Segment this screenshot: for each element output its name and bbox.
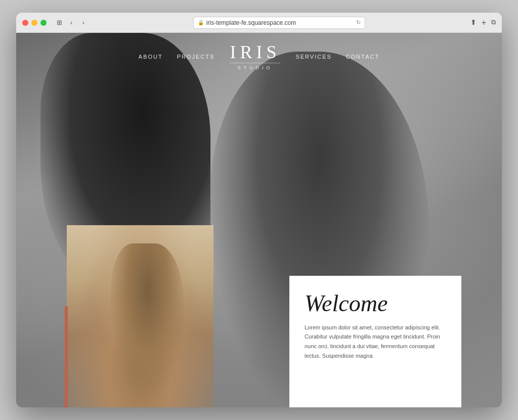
nav-about[interactable]: ABOUT xyxy=(139,54,163,60)
overlay-photo xyxy=(67,225,213,407)
logo-title: IRIS xyxy=(230,43,280,61)
nav-left: ABOUT PROJECTS xyxy=(139,54,215,60)
lock-icon: 🔒 xyxy=(198,20,204,25)
hero-section: ABOUT PROJECTS IRIS STUDIO SERVICES CONT… xyxy=(16,33,502,407)
nav-services[interactable]: SERVICES xyxy=(295,54,331,60)
welcome-body: Lorem ipsum dolor sit amet, consectetur … xyxy=(305,323,446,361)
site-logo[interactable]: IRIS STUDIO xyxy=(230,43,280,70)
browser-content: ABOUT PROJECTS IRIS STUDIO SERVICES CONT… xyxy=(16,33,502,407)
address-bar: 🔒 iris-template-fe.squarespace.com ↻ xyxy=(92,17,466,29)
welcome-title: Welcome xyxy=(305,291,446,317)
close-button[interactable] xyxy=(22,20,28,26)
nav-projects[interactable]: PROJECTS xyxy=(177,54,215,60)
traffic-lights xyxy=(22,20,47,26)
sidebar-toggle-icon[interactable]: ⊞ xyxy=(55,18,64,27)
navigation: ABOUT PROJECTS IRIS STUDIO SERVICES CONT… xyxy=(16,33,502,80)
minimize-button[interactable] xyxy=(31,20,37,26)
welcome-panel: Welcome Lorem ipsum dolor sit amet, cons… xyxy=(289,276,461,407)
url-text: iris-template-fe.squarespace.com xyxy=(206,19,296,26)
nav-contact[interactable]: CONTACT xyxy=(346,54,379,60)
bottom-content: Welcome Lorem ipsum dolor sit amet, cons… xyxy=(16,201,502,407)
url-input[interactable]: 🔒 iris-template-fe.squarespace.com ↻ xyxy=(193,17,365,29)
red-accent-bar xyxy=(65,306,68,407)
nav-right: SERVICES CONTACT xyxy=(295,54,379,60)
nav-controls: ⊞ ‹ › xyxy=(55,18,88,27)
back-button[interactable]: ‹ xyxy=(67,18,76,27)
maximize-button[interactable] xyxy=(40,20,47,26)
tabs-icon[interactable]: ⧉ xyxy=(491,18,496,27)
title-bar: ⊞ ‹ › 🔒 iris-template-fe.squarespace.com… xyxy=(16,13,502,33)
reload-icon[interactable]: ↻ xyxy=(356,19,361,26)
overlay-photo-inner xyxy=(67,225,213,407)
forward-button[interactable]: › xyxy=(79,18,88,27)
new-tab-icon[interactable]: + xyxy=(482,18,486,27)
title-bar-right: ⬆ + ⧉ xyxy=(470,18,496,27)
logo-subtitle: STUDIO xyxy=(230,63,280,70)
share-icon[interactable]: ⬆ xyxy=(470,18,477,27)
mac-window: ⊞ ‹ › 🔒 iris-template-fe.squarespace.com… xyxy=(16,13,502,407)
